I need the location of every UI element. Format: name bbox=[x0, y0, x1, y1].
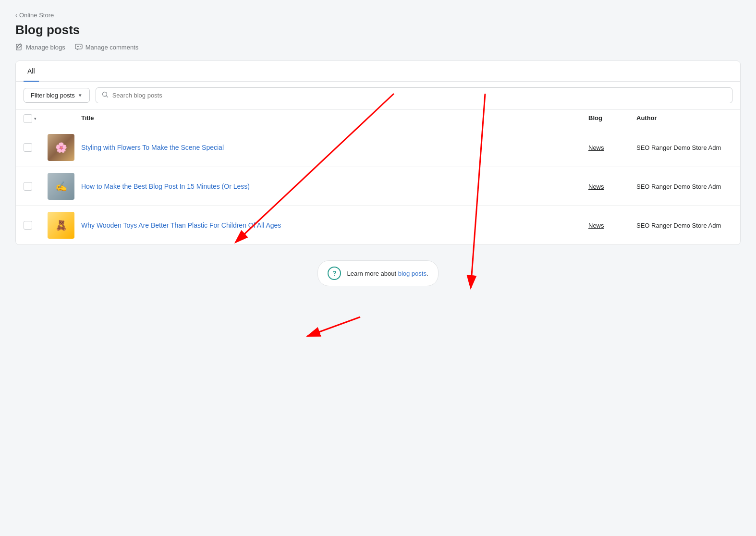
comment-icon bbox=[75, 43, 83, 51]
table-row: How to Make the Best Blog Post In 15 Min… bbox=[16, 167, 740, 206]
breadcrumb[interactable]: ‹ Online Store bbox=[15, 12, 741, 19]
col-blog: Blog bbox=[588, 114, 636, 123]
post-thumbnail-3 bbox=[48, 212, 74, 239]
row-checkbox-3[interactable] bbox=[24, 221, 32, 230]
select-all-checkbox[interactable] bbox=[24, 114, 32, 123]
manage-comments-link[interactable]: Manage comments bbox=[75, 43, 139, 51]
help-footer: ? Learn more about blog posts. bbox=[15, 245, 741, 302]
search-icon bbox=[102, 91, 109, 99]
table-row: Styling with Flowers To Make the Scene S… bbox=[16, 128, 740, 167]
post-thumbnail-1 bbox=[48, 134, 74, 161]
post-title-link-2[interactable]: How to Make the Best Blog Post In 15 Min… bbox=[81, 183, 250, 190]
post-thumbnail-2 bbox=[48, 173, 74, 200]
post-blog-1[interactable]: News bbox=[588, 144, 604, 151]
page-actions: Manage blogs Manage comments bbox=[15, 43, 741, 51]
post-blog-2[interactable]: News bbox=[588, 183, 604, 190]
col-author: Author bbox=[636, 114, 732, 123]
search-input[interactable] bbox=[112, 92, 726, 99]
breadcrumb-link[interactable]: Online Store bbox=[19, 12, 54, 19]
svg-point-4 bbox=[80, 46, 81, 47]
col-title: Title bbox=[81, 114, 588, 123]
select-all-header[interactable]: ▾ bbox=[24, 114, 48, 123]
post-blog-3[interactable]: News bbox=[588, 222, 604, 229]
filter-row: Filter blog posts ▼ bbox=[16, 82, 740, 110]
post-title-link-1[interactable]: Styling with Flowers To Make the Scene S… bbox=[81, 144, 224, 151]
search-box[interactable] bbox=[96, 87, 732, 103]
table-header: ▾ Title Blog Author bbox=[16, 110, 740, 128]
help-bubble: ? Learn more about blog posts. bbox=[317, 260, 438, 286]
select-dropdown-icon[interactable]: ▾ bbox=[34, 116, 37, 121]
table-row: Why Wooden Toys Are Better Than Plastic … bbox=[16, 206, 740, 244]
dropdown-arrow-icon: ▼ bbox=[78, 93, 83, 98]
table-body: Styling with Flowers To Make the Scene S… bbox=[16, 128, 740, 244]
help-icon: ? bbox=[328, 267, 341, 280]
edit-icon bbox=[15, 43, 23, 51]
post-author-1: SEO Ranger Demo Store Adm bbox=[636, 144, 721, 151]
post-title-link-3[interactable]: Why Wooden Toys Are Better Than Plastic … bbox=[81, 221, 281, 229]
svg-point-2 bbox=[77, 46, 78, 47]
svg-point-3 bbox=[78, 46, 79, 47]
post-author-2: SEO Ranger Demo Store Adm bbox=[636, 183, 721, 190]
blog-posts-card: All Filter blog posts ▼ bbox=[15, 61, 741, 245]
tab-all[interactable]: All bbox=[24, 61, 39, 82]
post-author-3: SEO Ranger Demo Store Adm bbox=[636, 222, 721, 229]
tabs-container: All bbox=[16, 61, 740, 82]
filter-button[interactable]: Filter blog posts ▼ bbox=[24, 88, 90, 103]
manage-blogs-link[interactable]: Manage blogs bbox=[15, 43, 65, 51]
back-chevron-icon: ‹ bbox=[15, 12, 17, 19]
row-checkbox-2[interactable] bbox=[24, 182, 32, 191]
help-text: Learn more about blog posts. bbox=[347, 270, 428, 277]
row-checkbox-1[interactable] bbox=[24, 143, 32, 152]
page-title: Blog posts bbox=[15, 23, 741, 37]
blog-posts-help-link[interactable]: blog posts bbox=[398, 270, 427, 277]
